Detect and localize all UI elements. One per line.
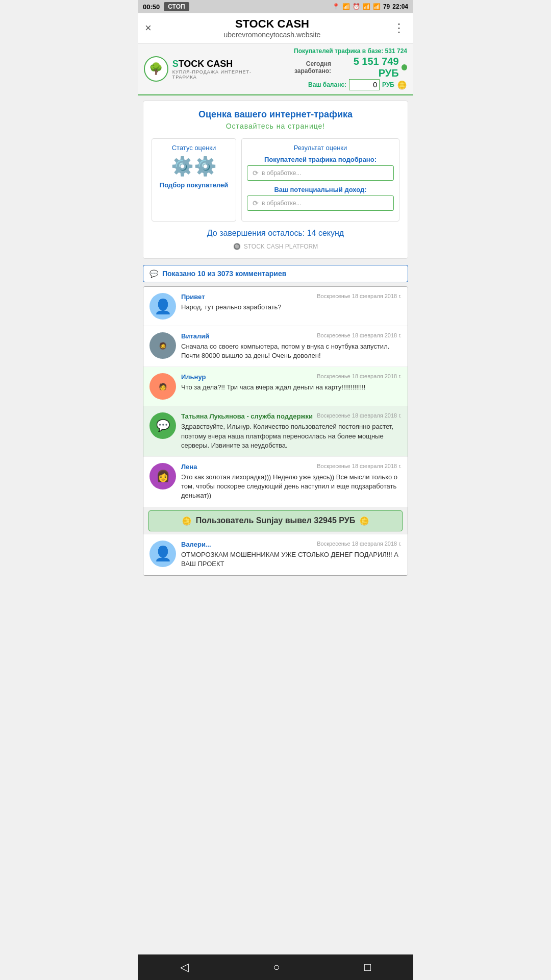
buyers-processing-bar: ⟳ в обработке... bbox=[247, 165, 394, 181]
person-photo-icon: 🧑 bbox=[159, 383, 167, 390]
gears-icon: ⚙️⚙️ bbox=[157, 156, 231, 177]
comment-item: 💬 Татьяна Лукьянова - служба поддержки В… bbox=[143, 406, 408, 457]
comment-author: Лена bbox=[181, 463, 197, 471]
comment-author: Ильнур bbox=[181, 373, 206, 381]
balance-row: Ваш баланс: РУБ 🪙 bbox=[271, 79, 407, 90]
result-panel: Результат оценки Покупателей трафика под… bbox=[241, 138, 399, 222]
signal-icon: 📶 bbox=[373, 3, 381, 10]
buyers-count-row: Покупателей трафика в базе: 531 724 bbox=[271, 47, 407, 55]
income-result-label: Ваш потенциальный доход: bbox=[247, 186, 394, 193]
status-bar: 00:50 СТОП 📍 📶 ⏰ 📶 📶 79 22:04 bbox=[138, 0, 413, 13]
buyers-processing-text: в обработке... bbox=[262, 169, 301, 177]
alarm-icon: ⏰ bbox=[353, 3, 360, 10]
spinner-icon-2: ⟳ bbox=[253, 199, 259, 207]
coin-icon-right: 🪙 bbox=[359, 516, 369, 526]
earned-row: Сегодня заработано: 5 151 749 РУБ bbox=[271, 56, 407, 79]
status-panel-title: Статус оценки bbox=[157, 144, 231, 152]
platform-logo-icon: 🔘 bbox=[233, 243, 241, 250]
support-icon: 💬 bbox=[156, 419, 170, 432]
notification-banner: 🪙 Пользователь Sunjay вывел 32945 РУБ 🪙 bbox=[148, 510, 403, 531]
comment-item: 🧔 Виталий Воскресенье 18 февраля 2018 г.… bbox=[143, 326, 408, 367]
comment-date: Воскресенье 18 февраля 2018 г. bbox=[317, 293, 402, 299]
eval-timer: До завершения осталось: 14 секунд bbox=[152, 229, 399, 238]
logo-tree-icon: 🌳 bbox=[149, 62, 163, 76]
location-icon: 📍 bbox=[332, 3, 340, 10]
earned-amount: 5 151 749 РУБ bbox=[334, 56, 399, 79]
balance-input[interactable] bbox=[349, 79, 380, 90]
avatar: 🧑 bbox=[149, 373, 176, 400]
site-stats: Покупателей трафика в базе: 531 724 Сего… bbox=[271, 47, 407, 90]
notification-text: Пользователь Sunjay вывел 32945 РУБ bbox=[196, 516, 355, 525]
avatar: 🧔 bbox=[149, 332, 176, 359]
eval-subtitle: Оставайтесь на странице! bbox=[152, 122, 399, 130]
comment-date: Воскресенье 18 февраля 2018 г. bbox=[317, 541, 402, 547]
person-photo-icon: 👩 bbox=[156, 470, 170, 483]
brand-s: S bbox=[172, 59, 179, 69]
stop-badge: СТОП bbox=[164, 2, 189, 11]
wifi-icon: 📶 bbox=[363, 3, 370, 10]
buyers-result-row: Покупателей трафика подобрано: ⟳ в обраб… bbox=[247, 156, 394, 181]
browser-bar: × STOCK CASH uberevromoneytocash.website… bbox=[138, 13, 413, 43]
browser-title: STOCK CASH bbox=[152, 17, 393, 31]
buyers-result-label: Покупателей трафика подобрано: bbox=[247, 156, 394, 163]
comment-item: 🧑 Ильнур Воскресенье 18 февраля 2018 г. … bbox=[143, 367, 408, 406]
comment-item: 👩 Лена Воскресенье 18 февраля 2018 г. Эт… bbox=[143, 457, 408, 507]
brand-rest: TOCK CASH bbox=[179, 59, 233, 69]
comment-date: Воскресенье 18 февраля 2018 г. bbox=[317, 463, 402, 469]
coin-icon-left: 🪙 bbox=[182, 516, 192, 526]
person-icon: 👤 bbox=[154, 545, 172, 562]
comment-text: Что за дела?!! Три часа вчера ждал деньг… bbox=[181, 383, 402, 392]
eval-platform: 🔘 STOCK CASH PLATFORM bbox=[152, 243, 399, 250]
close-button[interactable]: × bbox=[145, 21, 152, 35]
eval-panels: Статус оценки ⚙️⚙️ Подбор покупателей Ре… bbox=[152, 138, 399, 222]
comment-item: 👤 Валери... Воскресенье 18 февраля 2018 … bbox=[143, 534, 408, 575]
comment-date: Воскресенье 18 февраля 2018 г. bbox=[317, 332, 402, 338]
status-time-left: 00:50 bbox=[143, 3, 160, 11]
balance-label: Ваш баланс: bbox=[308, 81, 346, 88]
currency-label: РУБ bbox=[382, 81, 394, 88]
comments-chat-icon: 💬 bbox=[149, 270, 158, 278]
browser-menu-button[interactable]: ⋮ bbox=[393, 24, 406, 32]
comment-author: Виталий bbox=[181, 332, 209, 340]
site-logo: 🌳 bbox=[144, 56, 168, 82]
site-brand: STOCK CASH bbox=[172, 59, 271, 69]
comments-count: Показано 10 из 3073 комментариев bbox=[162, 270, 286, 278]
result-panel-title: Результат оценки bbox=[247, 144, 394, 152]
comment-text: Народ, тут реально заработать? bbox=[181, 303, 402, 312]
income-processing-bar: ⟳ в обработке... bbox=[247, 195, 394, 211]
battery-level: 79 bbox=[383, 3, 390, 10]
comments-list: 👤 Привет Воскресенье 18 февраля 2018 г. … bbox=[143, 286, 408, 576]
income-result-row: Ваш потенциальный доход: ⟳ в обработке..… bbox=[247, 186, 394, 211]
bluetooth-icon: 📶 bbox=[342, 3, 350, 10]
comments-header: 💬 Показано 10 из 3073 комментариев bbox=[143, 265, 408, 282]
comment-item: 👤 Привет Воскресенье 18 февраля 2018 г. … bbox=[143, 287, 408, 326]
comment-date: Воскресенье 18 февраля 2018 г. bbox=[317, 412, 402, 419]
comment-author: Татьяна Лукьянова - служба поддержки bbox=[181, 412, 313, 420]
browser-url: uberevromoneytocash.website bbox=[152, 31, 393, 39]
avatar: 👤 bbox=[149, 541, 176, 567]
comment-author: Привет bbox=[181, 293, 205, 301]
avatar: 💬 bbox=[149, 412, 176, 439]
comment-text: Сначала со своего компьютера, потом у вн… bbox=[181, 342, 402, 360]
platform-text: STOCK CASH PLATFORM bbox=[244, 243, 318, 250]
comment-text: ОТМОРОЗКАМ МОШЕННИКАМ УЖЕ СТОЛЬКО ДЕНЕГ … bbox=[181, 550, 402, 569]
buyers-count: 531 724 bbox=[385, 47, 407, 55]
evaluation-box: Оценка вашего интернет-трафика Оставайте… bbox=[143, 101, 408, 259]
status-panel: Статус оценки ⚙️⚙️ Подбор покупателей bbox=[152, 138, 236, 222]
avatar: 👤 bbox=[149, 293, 176, 320]
comment-author: Валери... bbox=[181, 541, 211, 548]
main-content: Оценка вашего интернет-трафика Оставайте… bbox=[138, 95, 413, 581]
status-panel-label: Подбор покупателей bbox=[157, 181, 231, 189]
spinner-icon: ⟳ bbox=[253, 169, 259, 177]
green-dot-icon bbox=[402, 64, 407, 70]
person-photo-icon: 🧔 bbox=[159, 342, 167, 350]
eval-title: Оценка вашего интернет-трафика bbox=[152, 109, 399, 120]
comment-text: Это как золотая лихорадка))) Неделю уже … bbox=[181, 473, 402, 501]
status-time-right: 22:04 bbox=[392, 3, 408, 10]
avatar: 👩 bbox=[149, 463, 176, 489]
comment-date: Воскресенье 18 февраля 2018 г. bbox=[317, 373, 402, 379]
coin-icon: 🪙 bbox=[397, 80, 407, 90]
person-icon: 👤 bbox=[154, 298, 172, 315]
income-processing-text: в обработке... bbox=[262, 200, 301, 207]
comment-text: Здравствуйте, Ильнур. Количество пользов… bbox=[181, 422, 402, 450]
